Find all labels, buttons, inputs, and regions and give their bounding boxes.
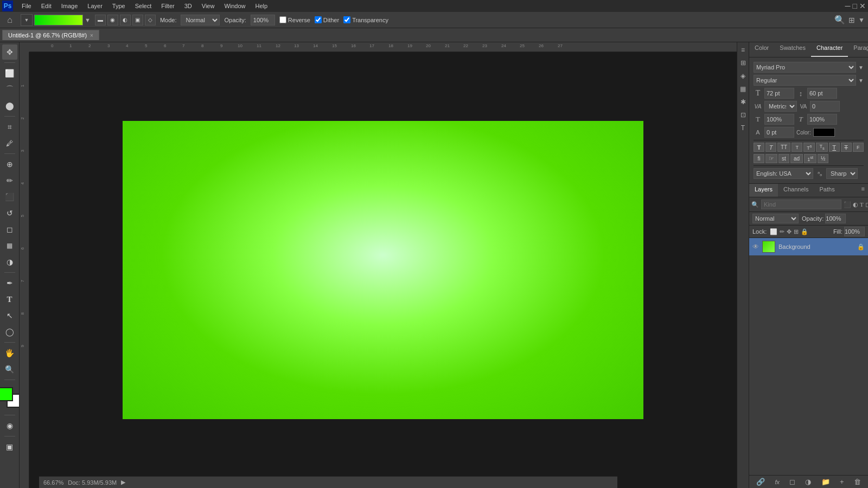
filter-shape-icon[interactable]: ◻ bbox=[865, 201, 868, 208]
tab-color[interactable]: Color bbox=[749, 42, 774, 57]
style-allcaps[interactable]: TT bbox=[777, 143, 790, 152]
search-icon[interactable]: 🔍 bbox=[834, 15, 845, 25]
move-tool[interactable]: ✥ bbox=[2, 44, 17, 60]
status-arrow[interactable]: ▶ bbox=[121, 479, 125, 486]
menu-3d[interactable]: 3D bbox=[180, 2, 196, 10]
link-icon[interactable]: 🔗 bbox=[756, 478, 765, 486]
lasso-tool[interactable]: ⌒ bbox=[2, 82, 17, 97]
style-underline[interactable]: T bbox=[829, 143, 840, 152]
style-strikethrough[interactable]: T bbox=[841, 143, 852, 152]
path-select-tool[interactable]: ↖ bbox=[2, 308, 17, 323]
workspace-icon[interactable]: ⊞ bbox=[848, 16, 855, 24]
crop-tool[interactable]: ⌗ bbox=[2, 119, 17, 134]
canvas-document[interactable] bbox=[123, 121, 643, 419]
panels-icon-7[interactable]: T bbox=[739, 123, 746, 133]
folder-icon[interactable]: 📁 bbox=[821, 478, 830, 486]
menu-type[interactable]: Type bbox=[108, 2, 130, 10]
scale-v-input[interactable] bbox=[807, 114, 837, 125]
gradient-tool[interactable]: ▦ bbox=[2, 238, 17, 253]
tab-paragraph[interactable]: Paragraph bbox=[848, 42, 868, 57]
dither-checkbox[interactable] bbox=[315, 16, 322, 23]
style-smallcaps[interactable]: T bbox=[792, 143, 802, 152]
fg-bg-colors[interactable] bbox=[0, 387, 20, 408]
maximize-btn[interactable]: □ bbox=[853, 2, 857, 10]
transparency-checkbox-label[interactable]: Transparency bbox=[343, 16, 388, 23]
panels-icon-2[interactable]: ⊞ bbox=[739, 57, 748, 68]
quick-select-tool[interactable]: ⬤ bbox=[2, 98, 17, 113]
opacity-input[interactable] bbox=[251, 15, 275, 25]
style-subscript[interactable]: Ts bbox=[816, 143, 827, 152]
anti-alias-select[interactable]: Sharp Crisp Strong Smooth bbox=[826, 168, 858, 179]
eraser-tool[interactable]: ◻ bbox=[2, 222, 17, 237]
ot-arrow[interactable]: ☞ bbox=[765, 154, 777, 163]
brush-tool[interactable]: ✏ bbox=[2, 173, 17, 188]
panels-icon-4[interactable]: ▦ bbox=[738, 84, 748, 94]
font-family-arrow[interactable]: ▼ bbox=[858, 65, 864, 70]
filter-type-icon[interactable]: T bbox=[860, 201, 864, 208]
layer-visibility-icon[interactable]: 👁 bbox=[752, 243, 759, 251]
arrange-icon[interactable]: ▼ bbox=[858, 16, 865, 24]
gradient-dropdown[interactable]: ▼ bbox=[85, 17, 91, 23]
font-family-select[interactable]: Myriad Pro bbox=[754, 62, 856, 73]
canvas-area[interactable]: 0 1 2 3 4 5 6 7 8 9 10 11 12 13 14 15 16… bbox=[20, 42, 737, 488]
panels-icon-6[interactable]: ⊡ bbox=[739, 110, 748, 120]
lock-all-icon[interactable]: 🔒 bbox=[801, 228, 808, 235]
menu-edit[interactable]: Edit bbox=[37, 2, 56, 10]
linear-gradient-btn[interactable]: ▬ bbox=[95, 15, 106, 25]
filter-adjust-icon[interactable]: ◐ bbox=[853, 201, 858, 208]
transparency-checkbox[interactable] bbox=[343, 16, 350, 23]
add-mask-icon[interactable]: ◻ bbox=[789, 478, 795, 486]
menu-select[interactable]: Select bbox=[131, 2, 156, 10]
panels-icon-1[interactable]: ≡ bbox=[739, 44, 746, 55]
paths-tab[interactable]: Paths bbox=[814, 184, 840, 197]
lock-image-icon[interactable]: ✏ bbox=[780, 228, 784, 235]
shape-tool[interactable]: ◯ bbox=[2, 324, 17, 339]
menu-layer[interactable]: Layer bbox=[83, 2, 107, 10]
layers-opacity-input[interactable] bbox=[825, 214, 846, 223]
reverse-checkbox[interactable] bbox=[279, 16, 286, 23]
style-superscript[interactable]: Ts bbox=[803, 143, 815, 152]
scale-h-input[interactable] bbox=[764, 114, 794, 125]
reflected-gradient-btn[interactable]: ▣ bbox=[132, 15, 143, 25]
layer-name[interactable]: Background bbox=[778, 243, 854, 250]
leading-input[interactable] bbox=[807, 88, 837, 99]
layer-item-background[interactable]: 👁 Background 🔒 bbox=[749, 238, 868, 255]
ot-half[interactable]: ½ bbox=[818, 154, 828, 163]
lock-position-icon[interactable]: ✥ bbox=[787, 228, 792, 235]
font-style-select[interactable]: Regular bbox=[754, 75, 856, 86]
tool-preset-btn[interactable]: ▼ bbox=[21, 14, 33, 26]
reverse-checkbox-label[interactable]: Reverse bbox=[279, 16, 310, 23]
pen-tool[interactable]: ✒ bbox=[2, 275, 17, 291]
ot-st[interactable]: st bbox=[778, 154, 789, 163]
text-tool[interactable]: T bbox=[2, 292, 17, 307]
style-italic[interactable]: T bbox=[765, 143, 776, 152]
ot-1st[interactable]: 1st bbox=[804, 154, 816, 163]
channels-tab[interactable]: Channels bbox=[778, 184, 814, 197]
radial-gradient-btn[interactable]: ◉ bbox=[107, 15, 118, 25]
angle-gradient-btn[interactable]: ◐ bbox=[120, 15, 131, 25]
document-tab[interactable]: Untitled-1 @ 66.7% (RGB/8#) × bbox=[2, 30, 99, 40]
mode-select[interactable]: Normal Dissolve Darken Multiply bbox=[181, 15, 220, 25]
stamp-tool[interactable]: ⬛ bbox=[2, 189, 17, 204]
font-style-arrow[interactable]: ▼ bbox=[858, 78, 864, 84]
quick-mask-tool[interactable]: ◉ bbox=[2, 418, 17, 433]
home-icon[interactable]: ⌂ bbox=[3, 14, 16, 27]
minimize-btn[interactable]: ─ bbox=[845, 2, 851, 10]
select-rect-tool[interactable]: ⬜ bbox=[2, 66, 17, 81]
healing-brush-tool[interactable]: ⊕ bbox=[2, 157, 17, 172]
language-select[interactable]: English: USA bbox=[754, 168, 813, 179]
close-btn[interactable]: ✕ bbox=[859, 2, 866, 10]
dither-checkbox-label[interactable]: Dither bbox=[315, 16, 339, 23]
tab-swatches[interactable]: Swatches bbox=[774, 42, 811, 57]
menu-window[interactable]: Window bbox=[220, 2, 250, 10]
menu-image[interactable]: Image bbox=[57, 2, 82, 10]
ot-ad[interactable]: ad bbox=[790, 154, 803, 163]
dodge-tool[interactable]: ◑ bbox=[2, 254, 17, 269]
layers-tab[interactable]: Layers bbox=[749, 184, 778, 197]
zoom-tool[interactable]: 🔍 bbox=[2, 362, 17, 377]
history-brush-tool[interactable]: ↺ bbox=[2, 206, 17, 221]
layers-mode-select[interactable]: Normal bbox=[752, 214, 799, 223]
diamond-gradient-btn[interactable]: ◇ bbox=[145, 15, 156, 25]
fx-icon[interactable]: fx bbox=[775, 479, 780, 485]
eyedropper-tool[interactable]: 🖉 bbox=[2, 136, 17, 151]
